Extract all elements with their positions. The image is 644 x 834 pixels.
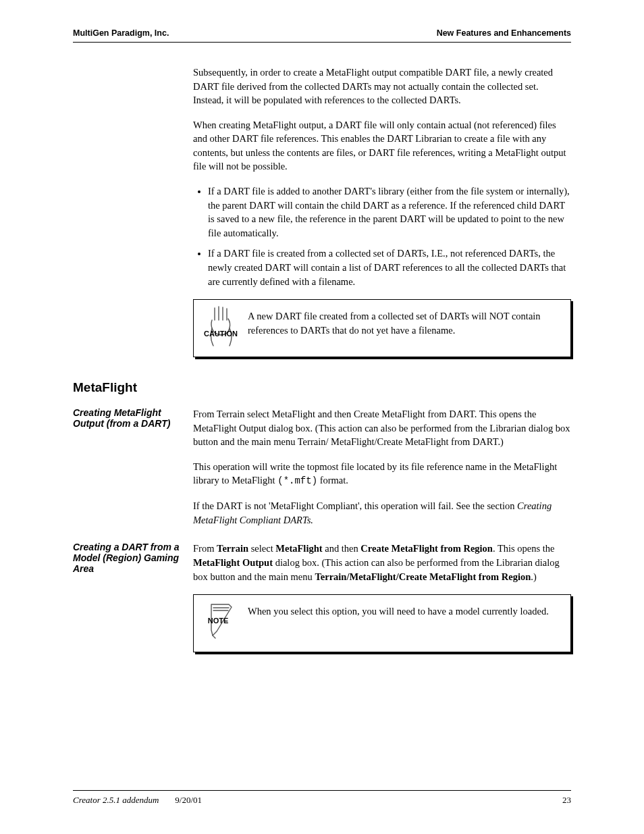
note-callout: NOTE When you select this option, you wi…	[193, 594, 571, 652]
footer-page-number: 23	[562, 795, 571, 806]
region-para-1: From Terrain select MetaFlight and then …	[193, 542, 571, 583]
caution-text: A new DART file created from a collected…	[248, 309, 558, 337]
section-heading-metaflight: MetaFlight	[73, 380, 571, 395]
intro-paragraph-1: Subsequently, in order to create a MetaF…	[193, 66, 571, 107]
footer-doc-title: Creator 2.5.1 addendum	[73, 795, 159, 806]
side-heading-creating-compliant	[73, 66, 188, 76]
svg-text:NOTE: NOTE	[208, 617, 229, 625]
footer-date: 9/20/01	[175, 795, 562, 806]
metaflight-para-2: This operation will write the topmost fi…	[193, 460, 571, 488]
note-icon: NOTE	[199, 599, 242, 646]
side-heading-create-from-dart: Creating MetaFlight Output (from a DART)	[73, 407, 188, 429]
note-text: When you select this option, you will ne…	[248, 604, 558, 619]
header-right: New Features and Enhancements	[437, 28, 571, 38]
page-footer: Creator 2.5.1 addendum 9/20/01 23	[73, 790, 571, 806]
list-item: If a DART file is added to another DART'…	[208, 184, 571, 240]
intro-paragraph-2: When creating MetaFlight output, a DART …	[193, 118, 571, 174]
svg-text:CAUTION: CAUTION	[204, 330, 238, 338]
caution-icon: CAUTION	[199, 304, 242, 357]
header-left: MultiGen Paradigm, Inc.	[73, 28, 169, 38]
caution-callout: CAUTION A new DART file created from a c…	[193, 299, 571, 357]
metaflight-para-1: From Terrain select MetaFlight and then …	[193, 407, 571, 449]
intro-body: Subsequently, in order to create a MetaF…	[193, 66, 571, 375]
list-item: If a DART file is created from a collect…	[208, 246, 571, 288]
metaflight-para-3: If the DART is not 'MetaFlight Compliant…	[193, 499, 571, 527]
side-heading-create-from-region: Creating a DART from a Model (Region) Ga…	[73, 542, 188, 574]
footer-rule	[73, 790, 571, 791]
intro-bullet-list: If a DART file is added to another DART'…	[208, 184, 571, 288]
